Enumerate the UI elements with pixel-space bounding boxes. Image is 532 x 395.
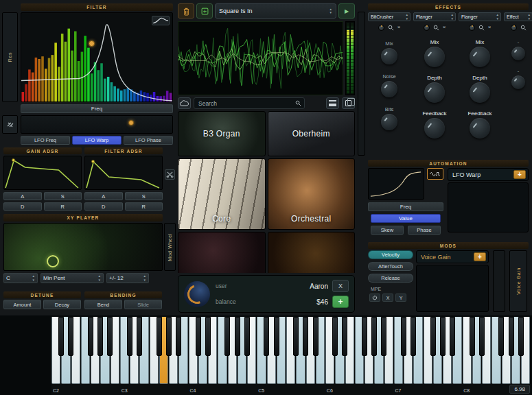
- effect-select[interactable]: Flanger▲▼: [413, 12, 456, 21]
- category-tile[interactable]: [268, 232, 356, 273]
- stepper-icon[interactable]: ▲▼: [496, 13, 499, 20]
- effect-select[interactable]: Flanger▲▼: [459, 12, 501, 21]
- black-key[interactable]: [107, 317, 113, 356]
- mpe-power-button[interactable]: [369, 294, 380, 302]
- black-key[interactable]: [264, 317, 269, 356]
- black-key[interactable]: [166, 317, 172, 356]
- search-field[interactable]: [194, 97, 305, 109]
- black-key[interactable]: [518, 317, 524, 356]
- stepper-icon[interactable]: ▲▼: [451, 13, 454, 20]
- effect-zoom-icon[interactable]: [478, 25, 485, 31]
- black-key[interactable]: [274, 317, 279, 356]
- stepper-icon[interactable]: ▲▼: [32, 274, 35, 281]
- add-automation-button[interactable]: +: [513, 170, 526, 179]
- effect-select[interactable]: Effect▲▼: [504, 12, 532, 21]
- filter-spectrum-display[interactable]: [21, 12, 173, 102]
- knob[interactable]: [424, 47, 445, 67]
- black-key[interactable]: [293, 317, 299, 356]
- mod-amount-slider[interactable]: [493, 250, 505, 312]
- lfo-display[interactable]: [21, 115, 173, 134]
- effect-remove-icon[interactable]: ×: [397, 25, 401, 30]
- stepper-icon[interactable]: ▲▼: [98, 274, 101, 281]
- filter-sustain-button[interactable]: S: [125, 192, 163, 200]
- search-input[interactable]: [194, 100, 295, 107]
- automation-phase-button[interactable]: Phase: [408, 226, 441, 235]
- black-key[interactable]: [235, 317, 240, 356]
- filter-envelope-display[interactable]: [84, 156, 163, 190]
- knob[interactable]: [424, 118, 445, 139]
- black-key[interactable]: [97, 317, 103, 356]
- gain-envelope-display[interactable]: [3, 156, 82, 190]
- effect-zoom-icon[interactable]: [520, 25, 527, 31]
- black-key[interactable]: [401, 317, 406, 356]
- automation-freq-button[interactable]: Freq: [368, 202, 443, 211]
- automation-slot-body[interactable]: [448, 182, 529, 232]
- effect-enable-icon[interactable]: [424, 25, 430, 31]
- black-key[interactable]: [127, 317, 132, 356]
- freq-slider[interactable]: Freq: [21, 104, 173, 113]
- link-button[interactable]: [2, 115, 18, 134]
- voice-gain-fader[interactable]: Voice Gain: [509, 250, 527, 312]
- automation-value-button[interactable]: Value: [371, 214, 441, 223]
- black-key[interactable]: [313, 317, 319, 356]
- delete-preset-button[interactable]: [178, 3, 194, 19]
- effect-zoom-icon[interactable]: [433, 25, 439, 31]
- knob[interactable]: [511, 75, 525, 89]
- knob[interactable]: [424, 82, 445, 103]
- xy-pad[interactable]: [3, 223, 163, 271]
- black-key[interactable]: [470, 317, 475, 356]
- filter-attack-button[interactable]: A: [84, 192, 123, 200]
- effect-zoom-icon[interactable]: [388, 25, 394, 31]
- effect-remove-icon[interactable]: ×: [488, 25, 491, 30]
- filter-release-button[interactable]: R: [125, 202, 163, 211]
- detune-amount-button[interactable]: Amount: [3, 300, 41, 309]
- envelope-link-button[interactable]: [165, 169, 175, 180]
- scale-select[interactable]: Min Pent ▲▼: [41, 273, 104, 283]
- category-tile[interactable]: Oberheim: [268, 111, 356, 156]
- effect-enable-icon[interactable]: [511, 25, 517, 31]
- black-key[interactable]: [509, 317, 514, 356]
- black-key[interactable]: [224, 317, 230, 356]
- mod-velocity-button[interactable]: Velocity: [368, 250, 413, 259]
- category-tile[interactable]: B3 Organ: [178, 111, 266, 156]
- black-key[interactable]: [88, 317, 93, 356]
- knob[interactable]: [381, 81, 397, 97]
- black-key[interactable]: [498, 317, 504, 356]
- cloud-button[interactable]: [178, 97, 191, 109]
- key-select[interactable]: C ▲▼: [3, 273, 38, 283]
- effects-mix-slider[interactable]: [358, 12, 365, 156]
- knob[interactable]: [470, 47, 490, 67]
- mod-release-button[interactable]: Release: [368, 274, 413, 283]
- mpe-y-button[interactable]: Y: [395, 294, 406, 302]
- lfo-handle[interactable]: [128, 120, 134, 125]
- filter-curve-button[interactable]: [152, 16, 170, 25]
- range-select[interactable]: +/- 12 ▲▼: [106, 273, 149, 283]
- black-key[interactable]: [58, 317, 64, 356]
- automation-skew-button[interactable]: Skew: [371, 226, 404, 235]
- filter-decay-button[interactable]: D: [84, 202, 123, 211]
- list-view-button[interactable]: [326, 97, 339, 109]
- save-preset-button[interactable]: [196, 3, 213, 19]
- black-key[interactable]: [205, 317, 211, 356]
- filter-handle[interactable]: [89, 40, 95, 47]
- knob[interactable]: [470, 82, 490, 103]
- category-tile[interactable]: Orchestral: [268, 158, 356, 230]
- gain-decay-button[interactable]: D: [3, 202, 42, 211]
- effect-remove-icon[interactable]: ×: [443, 25, 446, 30]
- effect-enable-icon[interactable]: [469, 25, 475, 31]
- automation-curve-display[interactable]: [368, 168, 424, 200]
- envelope-handle[interactable]: [91, 160, 95, 163]
- black-key[interactable]: [450, 317, 455, 356]
- mpe-x-button[interactable]: X: [382, 294, 393, 302]
- detune-decay-button[interactable]: Decay: [43, 300, 81, 309]
- logout-button[interactable]: X: [332, 280, 349, 292]
- black-key[interactable]: [430, 317, 436, 356]
- add-mod-button[interactable]: +: [474, 252, 486, 261]
- black-key[interactable]: [196, 317, 201, 356]
- envelope-handle[interactable]: [12, 158, 15, 162]
- tab-lfo-warp[interactable]: LFO Warp: [72, 136, 122, 145]
- stepper-icon[interactable]: ▲▼: [329, 8, 332, 14]
- black-key[interactable]: [371, 317, 377, 356]
- gain-sustain-button[interactable]: S: [44, 192, 82, 200]
- lfo-shape-button[interactable]: [427, 168, 443, 180]
